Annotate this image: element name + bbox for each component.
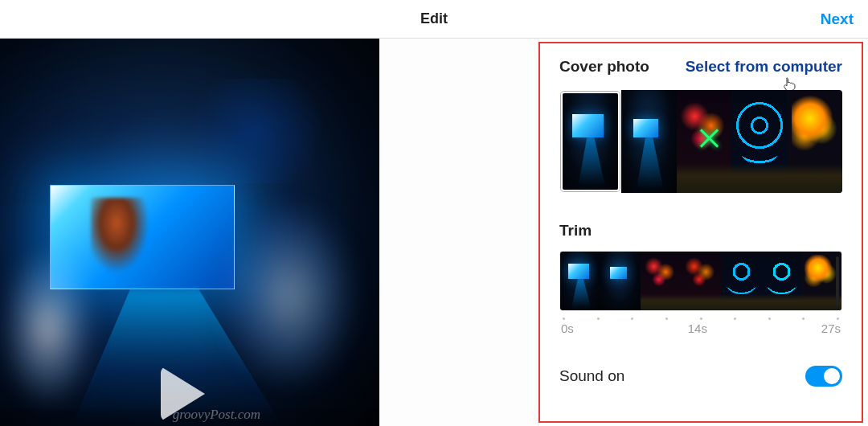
header-bar: Edit Next [0, 0, 868, 39]
cover-thumb-1[interactable] [561, 92, 620, 191]
trim-handle-end[interactable] [836, 256, 839, 306]
spacer [379, 39, 538, 426]
cover-thumbnail-strip[interactable] [559, 90, 842, 193]
sound-row: Sound on [559, 366, 842, 387]
video-preview[interactable]: groovyPost.com [0, 39, 379, 426]
trim-start-time: 0s [561, 322, 574, 335]
trim-title: Trim [559, 222, 842, 240]
cover-thumb-2[interactable] [621, 90, 677, 193]
sound-toggle[interactable] [805, 366, 842, 387]
next-button[interactable]: Next [821, 10, 854, 28]
trim-timeline[interactable] [559, 251, 842, 311]
cover-photo-title: Cover photo [559, 58, 649, 76]
trim-end-time: 27s [821, 322, 841, 335]
page-title: Edit [420, 10, 448, 27]
sound-label: Sound on [559, 367, 624, 385]
watermark-text: groovyPost.com [173, 407, 260, 423]
cover-thumb-3[interactable] [677, 90, 732, 193]
trim-time-labels: 0s 14s 27s [559, 320, 842, 335]
content-area: groovyPost.com Cover photo Select from c… [0, 39, 868, 426]
trim-ticks [559, 311, 842, 320]
select-from-computer-link[interactable]: Select from computer [686, 58, 842, 76]
trim-section: Trim 0s 14s 27s [559, 222, 842, 335]
cover-thumb-4[interactable] [731, 90, 787, 193]
trim-mid-time: 14s [688, 322, 707, 335]
cover-thumb-5[interactable] [787, 90, 842, 193]
cover-photo-header: Cover photo Select from computer [559, 58, 842, 76]
edit-side-panel: Cover photo Select from computer Trim [538, 42, 863, 423]
